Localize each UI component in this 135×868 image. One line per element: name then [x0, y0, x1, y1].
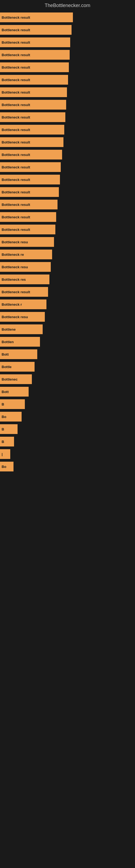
- bottleneck-label: Bottle: [2, 365, 12, 369]
- bar-item: |: [0, 449, 135, 459]
- bar-item: Bottleneck result: [0, 175, 135, 184]
- bar-item: Bottleneck result: [0, 162, 135, 172]
- bottleneck-bar: B: [0, 399, 25, 409]
- bar-item: Bottlene: [0, 324, 135, 334]
- bottleneck-label: Bottleneck result: [2, 40, 30, 44]
- bar-item: Bottleneck result: [0, 187, 135, 197]
- bar-item: Bottleneck res: [0, 275, 135, 284]
- bar-item: Bottleneck result: [0, 75, 135, 85]
- bottleneck-bar: |: [0, 449, 10, 459]
- bottleneck-label: Bottleneck result: [2, 53, 30, 57]
- bar-item: Bottleneck result: [0, 100, 135, 110]
- bottleneck-bar: Bottleneck result: [0, 212, 56, 222]
- bottleneck-label: Bottleneck result: [2, 65, 30, 69]
- bottleneck-bar: Bottlenec: [0, 374, 32, 384]
- bottleneck-label: Bottleneck result: [2, 153, 30, 157]
- bottleneck-label: Bottleneck resu: [2, 265, 28, 269]
- bottleneck-bar: Bottleneck result: [0, 150, 62, 159]
- bar-item: Bottleneck result: [0, 25, 135, 35]
- bottleneck-label: Bott: [2, 390, 9, 394]
- bottleneck-bar: Bottleneck res: [0, 275, 49, 284]
- bottleneck-label: Bottleneck result: [2, 90, 30, 94]
- bottleneck-label: Bottleneck res: [2, 278, 26, 282]
- bottleneck-label: Bottleneck r: [2, 303, 22, 307]
- bottleneck-bar: Bottleneck r: [0, 300, 46, 309]
- bottleneck-bar: Bottleneck result: [0, 199, 57, 209]
- bar-item: Bottleneck result: [0, 125, 135, 134]
- bar-item: Bottleneck resu: [0, 237, 135, 247]
- bottleneck-bar: Bottleneck resu: [0, 237, 54, 247]
- bar-item: Bottleneck result: [0, 199, 135, 209]
- bottleneck-bar: Bo: [0, 412, 21, 422]
- bar-item: B: [0, 437, 135, 446]
- bottleneck-bar: Bottleneck resu: [0, 312, 45, 322]
- bottleneck-label: Bottlenec: [2, 377, 17, 381]
- bottleneck-label: Bottleneck result: [2, 227, 30, 231]
- bottleneck-label: Bottleneck result: [2, 78, 30, 82]
- bottleneck-label: Bottleneck result: [2, 128, 30, 132]
- bottleneck-label: Bottleneck result: [2, 28, 30, 32]
- bottleneck-bar: Bottleneck result: [0, 62, 69, 72]
- bar-item: Bo: [0, 462, 135, 471]
- bottleneck-label: |: [2, 452, 3, 456]
- bar-item: Bottlenec: [0, 374, 135, 384]
- bottleneck-label: Bo: [2, 465, 6, 469]
- bottleneck-bar: Bottleneck result: [0, 162, 61, 172]
- bottleneck-bar: Bottleneck re: [0, 250, 52, 259]
- bottleneck-bar: Bottleneck result: [0, 75, 68, 85]
- bar-item: Bottle: [0, 362, 135, 372]
- site-title: TheBottlenecker.com: [0, 0, 135, 10]
- bottleneck-label: Bottleneck result: [2, 215, 30, 219]
- bar-item: Bottlen: [0, 337, 135, 347]
- bottleneck-label: Bottleneck result: [2, 178, 30, 182]
- bottleneck-label: Bottleneck result: [2, 16, 30, 20]
- bottleneck-label: Bottleneck result: [2, 190, 30, 194]
- bottleneck-bar: Bottleneck result: [0, 225, 55, 235]
- bottleneck-label: B: [2, 402, 4, 406]
- bar-item: Bottleneck result: [0, 137, 135, 147]
- bar-item: Bott: [0, 387, 135, 397]
- bottleneck-label: Bottleneck result: [2, 115, 30, 119]
- bottleneck-bar: Bottleneck result: [0, 37, 70, 47]
- bottleneck-bar: Bottleneck result: [0, 100, 66, 110]
- bar-item: Bottleneck result: [0, 50, 135, 60]
- bottleneck-label: Bott: [2, 352, 9, 356]
- bottleneck-bar: Bottle: [0, 362, 35, 372]
- bar-item: Bottleneck result: [0, 112, 135, 122]
- bar-item: Bottleneck result: [0, 287, 135, 297]
- bottleneck-bar: Bo: [0, 462, 13, 471]
- bar-item: Bottleneck result: [0, 37, 135, 47]
- bar-item: B: [0, 399, 135, 409]
- bar-item: Bottleneck result: [0, 225, 135, 235]
- bottleneck-bar: B: [0, 424, 17, 434]
- bottleneck-label: B: [2, 440, 4, 444]
- bottleneck-label: Bottleneck result: [2, 290, 30, 294]
- bar-item: Bottleneck result: [0, 150, 135, 159]
- bar-item: Bottleneck r: [0, 300, 135, 309]
- bottleneck-bar: Bottleneck result: [0, 50, 70, 60]
- bottleneck-label: Bottleneck resu: [2, 315, 28, 319]
- bottleneck-label: Bottleneck result: [2, 165, 30, 169]
- bottleneck-label: Bottlene: [2, 328, 16, 332]
- bar-item: Bottleneck resu: [0, 312, 135, 322]
- bottleneck-bar: Bottleneck result: [0, 87, 67, 97]
- bar-item: Bottleneck re: [0, 250, 135, 259]
- bottleneck-bar: Bottlene: [0, 324, 43, 334]
- bottleneck-bar: Bottleneck result: [0, 25, 72, 35]
- bottleneck-bar: Bottleneck result: [0, 287, 48, 297]
- bottleneck-label: Bottleneck result: [2, 140, 30, 144]
- bar-item: Bottleneck result: [0, 12, 135, 22]
- bottleneck-bar: Bottleneck result: [0, 175, 60, 184]
- bottleneck-label: B: [2, 427, 4, 431]
- bottleneck-bar: B: [0, 437, 14, 446]
- bottleneck-bar: Bottleneck result: [0, 187, 59, 197]
- bottleneck-bar: Bottleneck result: [0, 137, 63, 147]
- bar-item: Bott: [0, 349, 135, 359]
- bottleneck-bar: Bottleneck result: [0, 125, 64, 134]
- bottleneck-bar: Bott: [0, 387, 29, 397]
- bottleneck-bar: Bottleneck result: [0, 12, 73, 22]
- bar-item: Bottleneck result: [0, 62, 135, 72]
- bottleneck-bar: Bottleneck result: [0, 112, 65, 122]
- bar-item: Bottleneck result: [0, 87, 135, 97]
- bottleneck-bar: Bottleneck resu: [0, 262, 51, 272]
